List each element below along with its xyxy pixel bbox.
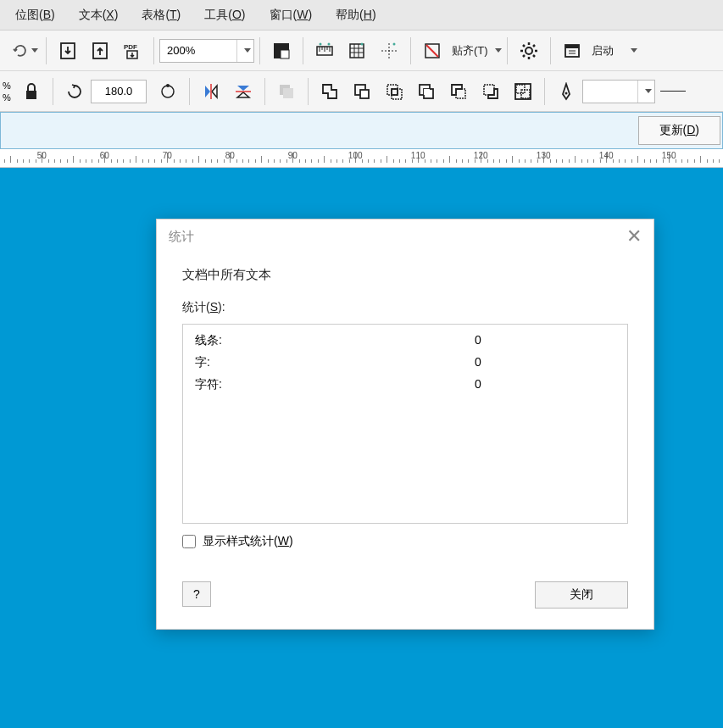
- svg-point-25: [526, 47, 532, 54]
- menu-window[interactable]: 窗口(W): [270, 8, 313, 23]
- svg-rect-30: [26, 91, 36, 99]
- rotate-icon[interactable]: [60, 77, 89, 106]
- menu-tools[interactable]: 工具(O): [204, 8, 245, 23]
- stat-row-words: 字: 0: [195, 355, 615, 370]
- svg-rect-41: [392, 89, 398, 95]
- guides-icon[interactable]: [375, 36, 403, 65]
- weld-icon[interactable]: [315, 77, 344, 106]
- svg-rect-27: [565, 45, 579, 48]
- pen-tool-icon[interactable]: [552, 77, 581, 106]
- stack-icon[interactable]: [272, 77, 301, 106]
- gear-icon[interactable]: [514, 36, 543, 65]
- dialog-header: 统计 ✕: [157, 220, 653, 253]
- snap-dropdown-arrow[interactable]: [495, 48, 502, 53]
- svg-rect-38: [360, 90, 369, 98]
- menu-bitmap[interactable]: 位图(B): [15, 8, 55, 23]
- dialog-heading: 文档中所有文本: [182, 267, 628, 283]
- grid-icon[interactable]: [342, 36, 371, 65]
- toolbar-secondary: %%: [0, 71, 723, 112]
- simplify-icon[interactable]: [412, 77, 441, 106]
- snap-off-icon[interactable]: [418, 36, 447, 65]
- zoom-input[interactable]: [160, 44, 236, 57]
- menu-table[interactable]: 表格(T): [142, 8, 181, 23]
- svg-rect-49: [515, 84, 531, 99]
- menu-help[interactable]: 帮助(H): [336, 8, 375, 23]
- front-minus-back-icon[interactable]: [444, 77, 473, 106]
- launch-window-icon[interactable]: [558, 36, 587, 65]
- fill-color-icon[interactable]: [267, 36, 296, 65]
- export-down-icon[interactable]: [53, 36, 82, 65]
- svg-rect-44: [424, 89, 430, 95]
- stat-row-chars: 字符: 0: [195, 377, 615, 392]
- line-style-combo[interactable]: [582, 80, 655, 103]
- svg-rect-48: [521, 90, 530, 98]
- horizontal-ruler[interactable]: // ruler will be drawn below via JS afte…: [0, 149, 723, 168]
- undo-button[interactable]: [10, 36, 39, 65]
- rotate-indicator-icon[interactable]: [153, 77, 182, 106]
- menu-text[interactable]: 文本(X): [79, 8, 119, 23]
- close-button[interactable]: 关闭: [535, 581, 628, 609]
- trim-icon[interactable]: [348, 77, 376, 106]
- svg-rect-46: [484, 85, 494, 95]
- back-minus-front-icon[interactable]: [476, 77, 505, 106]
- svg-point-12: [320, 42, 322, 45]
- mirror-vertical-icon[interactable]: [229, 77, 258, 106]
- dialog-title: 统计: [169, 229, 194, 245]
- svg-point-50: [565, 92, 568, 94]
- menubar: 位图(B) 文本(X) 表格(T) 工具(O) 窗口(W) 帮助(H): [0, 0, 723, 31]
- close-icon[interactable]: ✕: [626, 225, 642, 247]
- pdf-export-icon[interactable]: PDF: [118, 36, 147, 65]
- boundary-icon[interactable]: [509, 77, 537, 106]
- dialog-subheading: 统计(S):: [182, 300, 628, 315]
- zoom-dropdown-arrow[interactable]: [236, 40, 253, 62]
- svg-rect-45: [456, 89, 465, 98]
- launch-label[interactable]: 启动: [592, 43, 614, 58]
- svg-point-32: [166, 84, 170, 87]
- svg-rect-40: [392, 89, 402, 99]
- show-style-stats-input[interactable]: [182, 535, 196, 548]
- intersect-icon[interactable]: [380, 77, 409, 106]
- zoom-combo[interactable]: [159, 39, 254, 63]
- line-preview: [660, 91, 686, 92]
- export-up-icon[interactable]: [86, 36, 114, 65]
- svg-line-24: [426, 45, 438, 57]
- update-button[interactable]: 更新(D): [638, 116, 720, 145]
- launch-dropdown-arrow[interactable]: [631, 48, 637, 53]
- lock-icon[interactable]: [17, 77, 46, 106]
- stat-row-lines: 线条: 0: [195, 333, 615, 348]
- svg-rect-47: [516, 85, 525, 93]
- svg-rect-36: [283, 88, 293, 98]
- update-bar: 更新(D): [0, 112, 723, 149]
- show-style-stats-checkbox[interactable]: 显示样式统计(W): [182, 534, 628, 549]
- svg-point-13: [328, 42, 331, 45]
- svg-point-31: [162, 86, 174, 97]
- svg-rect-39: [387, 85, 398, 95]
- toolbar-primary: PDF 贴齐(T) 启动: [0, 31, 723, 71]
- percent-labels: %%: [0, 80, 15, 103]
- stats-list: 线条: 0 字: 0 字符: 0: [182, 324, 628, 524]
- mirror-horizontal-icon[interactable]: [197, 77, 225, 106]
- snap-label[interactable]: 贴齐(T): [452, 43, 488, 58]
- help-button[interactable]: ?: [182, 581, 211, 607]
- svg-text:PDF: PDF: [124, 43, 137, 51]
- line-style-arrow[interactable]: [637, 81, 654, 103]
- svg-point-19: [361, 42, 364, 45]
- statistics-dialog: 统计 ✕ 文档中所有文本 统计(S): 线条: 0 字: 0 字符: 0 显示样…: [156, 219, 654, 630]
- svg-rect-14: [350, 44, 364, 58]
- svg-point-22: [393, 42, 396, 45]
- rotation-input[interactable]: [91, 80, 147, 103]
- svg-rect-5: [281, 50, 289, 58]
- ruler-icon[interactable]: [310, 36, 339, 65]
